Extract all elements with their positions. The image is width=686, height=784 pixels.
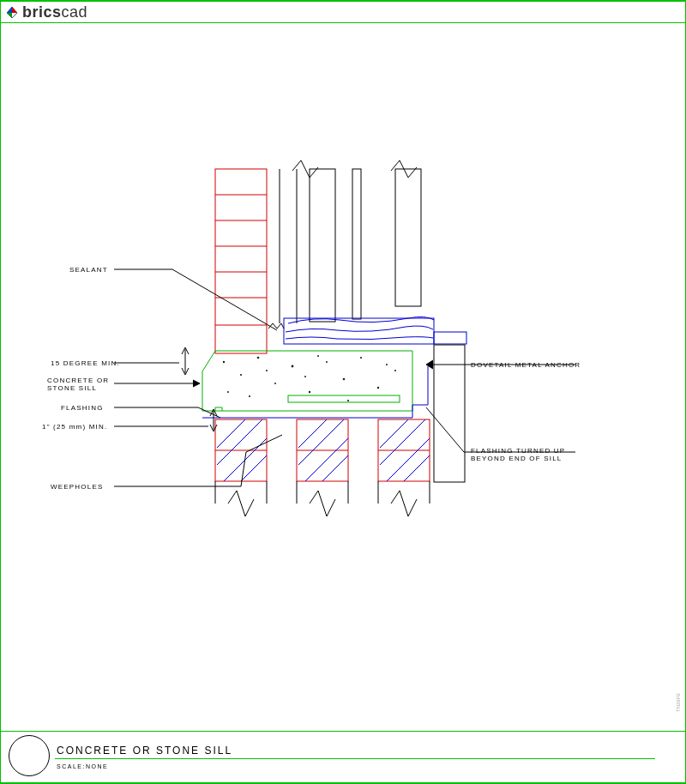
svg-point-33 [347, 400, 349, 401]
svg-point-22 [274, 383, 276, 384]
svg-line-53 [387, 438, 430, 481]
svg-point-21 [257, 357, 260, 359]
cad-drawing: SEALANT 15 DEGREE MIN. CONCRETE OR STONE… [1, 23, 685, 730]
svg-point-25 [326, 361, 328, 363]
svg-line-46 [217, 419, 262, 465]
svg-point-32 [304, 376, 306, 377]
svg-rect-37 [288, 395, 400, 402]
svg-line-50 [298, 419, 344, 465]
svg-marker-2 [7, 13, 12, 18]
label-flashing-turned-up: FLASHING TURNED UP BEYOND END OF SILL [471, 447, 565, 462]
svg-line-70 [198, 407, 220, 418]
drawing-scale: SCALE:NONE [57, 763, 108, 769]
bricscad-logo: bricscad [5, 3, 87, 21]
svg-point-35 [386, 364, 388, 365]
svg-rect-14 [352, 169, 361, 319]
label-concrete-sill: CONCRETE OR STONE SILL [47, 377, 109, 392]
svg-line-44 [217, 419, 245, 448]
label-sealant: SEALANT [69, 266, 108, 274]
svg-rect-4 [215, 169, 267, 353]
drawing-id: TN29F9 [676, 693, 681, 712]
svg-point-26 [343, 378, 346, 381]
bricscad-logo-text: bricscad [22, 3, 87, 21]
svg-point-36 [227, 391, 229, 393]
svg-point-28 [377, 387, 379, 389]
svg-point-19 [223, 361, 225, 363]
label-dovetail: DOVETAIL METAL ANCHOR [471, 361, 581, 369]
svg-line-55 [404, 455, 430, 481]
drawing-title: CONCRETE OR STONE SILL [57, 745, 232, 757]
svg-line-51 [322, 455, 348, 481]
detail-marker-circle [9, 735, 50, 776]
svg-line-49 [305, 438, 348, 481]
svg-point-23 [292, 365, 294, 368]
label-weepholes: WEEPHOLES [51, 483, 103, 491]
bricscad-logo-icon [5, 6, 19, 20]
svg-line-74 [246, 435, 282, 452]
svg-point-31 [266, 370, 268, 371]
svg-point-24 [309, 391, 310, 393]
svg-point-27 [360, 357, 362, 359]
svg-point-29 [394, 370, 396, 371]
svg-rect-15 [395, 169, 421, 306]
svg-line-66 [172, 269, 277, 330]
svg-rect-56 [434, 345, 465, 482]
svg-rect-17 [434, 332, 466, 344]
svg-point-34 [317, 355, 319, 357]
svg-line-52 [380, 419, 408, 448]
svg-point-20 [240, 374, 242, 376]
label-1in-min: 1" (25 mm) MIN. [42, 423, 107, 431]
svg-line-48 [298, 419, 327, 448]
label-15-degree: 15 DEGREE MIN. [51, 359, 120, 367]
svg-line-78 [426, 407, 464, 452]
svg-point-30 [249, 395, 250, 397]
label-flashing: FLASHING [61, 404, 104, 412]
svg-line-54 [380, 419, 425, 465]
svg-rect-13 [310, 169, 335, 322]
